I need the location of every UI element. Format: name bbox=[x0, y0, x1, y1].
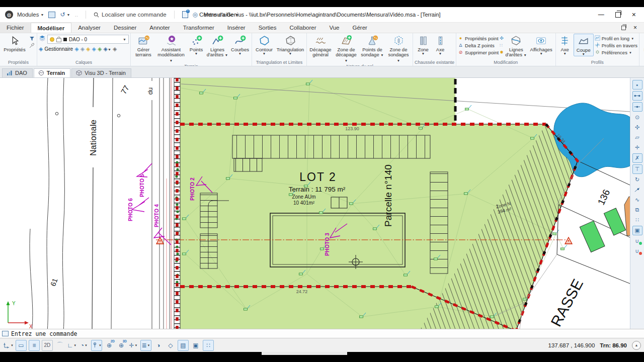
layer-tool-3-icon[interactable]: ◈ bbox=[86, 46, 90, 52]
layer-tool-6-icon[interactable]: ◈▼ bbox=[104, 46, 111, 52]
distance-button[interactable]: Distance bbox=[641, 34, 644, 53]
mdi-restore-button[interactable] bbox=[621, 26, 626, 30]
lignes-aretes-button[interactable]: Lignes d'arêtes ▼ bbox=[206, 34, 229, 58]
menu-tab-transformer[interactable]: Transformer bbox=[177, 23, 221, 33]
points-extra-icon[interactable]: ✹ bbox=[500, 50, 504, 55]
layer-tool-1-icon[interactable]: ◈ bbox=[74, 46, 78, 52]
command-search[interactable]: Localiser une commande bbox=[94, 12, 167, 18]
command-bar[interactable]: Entrez une commande bbox=[0, 329, 644, 338]
close-button[interactable]: × bbox=[632, 11, 636, 19]
layer-tool-2-icon[interactable]: ◈ bbox=[80, 46, 85, 52]
profil-en-long-button[interactable]: Profil en long▼ bbox=[595, 35, 637, 42]
snap-chain-icon[interactable]: ∿ bbox=[633, 196, 642, 204]
supprimer-point-button[interactable]: ⊘Supprimer point bbox=[458, 49, 499, 56]
points-button[interactable]: Points▼ bbox=[188, 34, 205, 55]
layer-select-dropdown[interactable]: DAO - 0 ▼ bbox=[47, 35, 129, 44]
menu-tab-analyser[interactable]: Analyser bbox=[71, 23, 107, 33]
menu-tab-vue[interactable]: Vue bbox=[323, 23, 346, 33]
fit-points-icon[interactable]: ∷ bbox=[500, 43, 504, 48]
menu-tab-gerer[interactable]: Gérer bbox=[346, 23, 374, 33]
snap-copy-icon[interactable]: ⧉ bbox=[633, 206, 642, 214]
menu-tab-modeliser[interactable]: Modéliser bbox=[31, 23, 72, 33]
delta-z-points-button[interactable]: ΔDelta Z points bbox=[458, 42, 499, 49]
courbes-button[interactable]: Courbes▼ bbox=[230, 34, 250, 55]
snap-move-icon[interactable]: ✣ bbox=[633, 123, 642, 132]
chaussee-zone-button[interactable]: Zone▼ bbox=[415, 34, 432, 55]
menu-tab-dessiner[interactable]: Dessiner bbox=[107, 23, 143, 33]
restore-button[interactable] bbox=[615, 12, 621, 18]
keyboard-icon[interactable]: ▤ bbox=[178, 340, 189, 351]
menu-tab-inserer[interactable]: Insérer bbox=[221, 23, 252, 33]
snap-rotate-icon[interactable]: ↻ bbox=[633, 175, 642, 184]
snap-nearest-icon[interactable] bbox=[633, 186, 642, 194]
minimize-button[interactable]: — bbox=[598, 11, 604, 18]
isometric-icon[interactable]: ◇ bbox=[166, 340, 176, 350]
magnet-on-icon[interactable]: ∪ bbox=[633, 237, 642, 245]
proprietes-button[interactable]: Propriétés bbox=[2, 34, 28, 53]
tab-visu-3d-terrain[interactable]: Visu 3D - Terrain bbox=[71, 68, 131, 77]
command-prompt[interactable]: Entrez une commande bbox=[11, 330, 77, 337]
profils-en-travers-button[interactable]: Profils en travers bbox=[595, 42, 637, 49]
coord-system-icon[interactable]: ▼ bbox=[3, 340, 14, 350]
move-points-icon[interactable]: ✣ bbox=[500, 36, 504, 41]
snap-center-icon[interactable]: ⊙ bbox=[633, 113, 642, 122]
print-preview-icon[interactable]: ▣ bbox=[191, 340, 201, 350]
snap-endpoint-icon[interactable] bbox=[632, 91, 642, 101]
point-display-icon[interactable]: ∷ bbox=[203, 340, 214, 351]
layer-tool-7-icon[interactable]: ◈ bbox=[113, 46, 117, 52]
snap-perpendicular-icon[interactable]: ⊤ bbox=[632, 164, 642, 174]
tab-dao[interactable]: DAO bbox=[2, 68, 33, 77]
snap-2d-icon[interactable]: ⊕2D bbox=[104, 340, 114, 350]
menu-tab-sorties[interactable]: Sorties bbox=[252, 23, 283, 33]
filter-icon[interactable] bbox=[29, 35, 35, 42]
menu-tab-collaborer[interactable]: Collaborer bbox=[283, 23, 323, 33]
snap-scatter-icon[interactable]: ∷ bbox=[633, 216, 642, 224]
coupe-button[interactable]: Coupe▼ bbox=[574, 34, 594, 56]
arc-icon[interactable]: ⌒ bbox=[55, 340, 65, 350]
dynamic-input-icon[interactable]: ✛▼ bbox=[128, 340, 138, 350]
expand-status-button[interactable]: ▲ bbox=[632, 341, 641, 350]
contour-button[interactable]: Contour▼ bbox=[254, 34, 275, 55]
save-icon[interactable] bbox=[48, 12, 55, 18]
mode-2d-label[interactable]: 2D bbox=[42, 340, 53, 351]
contrast-icon[interactable]: ◑ bbox=[153, 340, 164, 350]
chaussee-axe-button[interactable]: Axe▼ bbox=[433, 34, 448, 55]
tab-terrain[interactable]: Terrain bbox=[34, 68, 70, 77]
menu-tab-annoter[interactable]: Annoter bbox=[143, 23, 176, 33]
snap-3d-icon[interactable]: ⊕3D bbox=[116, 340, 126, 350]
ortho-icon[interactable]: ∟▼ bbox=[67, 340, 77, 350]
snap-point-icon[interactable]: ▪ bbox=[632, 80, 642, 89]
drawing-canvas[interactable]: LOT 2 Terrain : 11 795 m² Zone AUm 10 40… bbox=[0, 78, 630, 332]
help-center-menu[interactable]: ◎Centre d'aide▼ bbox=[193, 12, 238, 18]
lignes-aretes-modif-button[interactable]: Lignes d'arêtes ▼ bbox=[505, 34, 528, 58]
snap-shape-icon[interactable]: ▱ bbox=[633, 133, 642, 142]
osnap-icon[interactable]: ▼ bbox=[91, 340, 102, 351]
gerer-terrains-button[interactable]: Gérer terrains bbox=[132, 34, 154, 58]
polar-tracking-icon[interactable]: ◔▼ bbox=[79, 340, 89, 350]
preferences-button[interactable]: Préférences▼ bbox=[595, 49, 637, 56]
line-settings-icon[interactable]: ≡ bbox=[29, 340, 40, 351]
points-sondage-button[interactable]: Points de sondage ▼ bbox=[360, 34, 385, 58]
menu-tab-fichier[interactable]: Fichier bbox=[0, 23, 31, 33]
image-export-icon[interactable]: ▣ bbox=[632, 226, 642, 235]
proprietes-point-button[interactable]: ●Propriétés point bbox=[458, 35, 499, 42]
new-doc-icon[interactable]: ? bbox=[182, 11, 188, 18]
layer-tool-4-icon[interactable]: ◈ bbox=[92, 46, 96, 52]
snap-insert-icon[interactable]: ✛ bbox=[633, 143, 642, 152]
snap-midpoint-icon[interactable] bbox=[632, 102, 642, 112]
assistant-modelisation-button[interactable]: Assistant modélisation ▼ bbox=[155, 34, 187, 63]
zone-decapage-button[interactable]: Zone de décapage ▼ bbox=[334, 34, 359, 63]
snap-intersection-icon[interactable]: ✗ bbox=[632, 153, 642, 163]
lineweight-icon[interactable]: ≣▼ bbox=[140, 340, 151, 351]
mdi-close-button[interactable]: × bbox=[633, 24, 637, 31]
profil-axe-button[interactable]: Axe▼ bbox=[557, 34, 573, 55]
triangulation-button[interactable]: Triangulation▼ bbox=[276, 34, 305, 55]
layer-tool-5-icon[interactable]: ◈ bbox=[98, 46, 102, 52]
affichages-button[interactable]: Affichages▼ bbox=[529, 34, 554, 55]
eyedropper-icon[interactable] bbox=[29, 42, 35, 49]
command-window-icon[interactable] bbox=[2, 331, 9, 336]
gestionnaire-button[interactable]: Gestionnaire bbox=[44, 46, 73, 52]
selection-rect-icon[interactable]: ▭ bbox=[16, 340, 27, 351]
zone-sondages-button[interactable]: Zone de sondages ▼ bbox=[386, 34, 411, 63]
modules-menu[interactable]: Modules▼ bbox=[17, 12, 44, 18]
